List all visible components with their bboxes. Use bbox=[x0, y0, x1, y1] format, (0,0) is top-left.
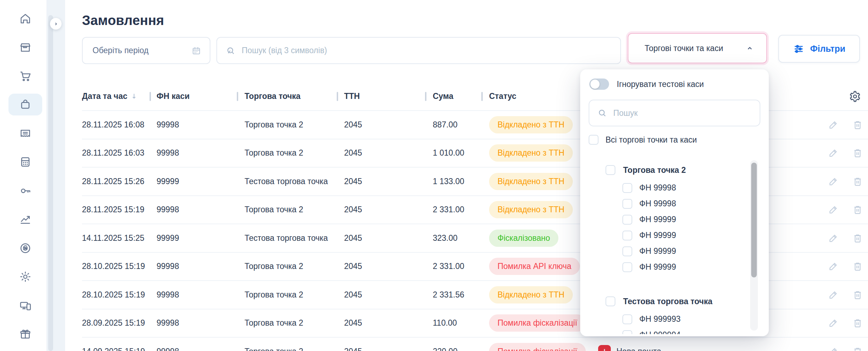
row-actions bbox=[828, 309, 863, 337]
column-header-datetime[interactable]: Дата та час bbox=[82, 82, 138, 110]
edit-icon[interactable] bbox=[828, 204, 839, 215]
panel-search-input[interactable] bbox=[613, 108, 752, 118]
cashier-item[interactable]: ФН 999994 bbox=[622, 327, 769, 334]
cell-ttn: 2045 bbox=[344, 139, 362, 167]
panel-scrollbar[interactable] bbox=[750, 160, 758, 331]
sidebar-item-cart[interactable] bbox=[8, 65, 42, 87]
edit-icon[interactable] bbox=[828, 148, 839, 158]
status-badge: Помилка фіскалізації bbox=[489, 343, 586, 351]
select-all-row[interactable]: Всі торгові точки та каси bbox=[589, 135, 697, 145]
checkbox[interactable] bbox=[606, 165, 615, 175]
delete-icon[interactable] bbox=[852, 204, 863, 215]
cell-fn: 99998 bbox=[157, 111, 179, 139]
checkbox[interactable] bbox=[622, 330, 632, 334]
cashier-item[interactable]: ФН 99999 bbox=[622, 227, 769, 243]
ignore-test-toggle-row[interactable]: Ігнорувати тестові каси bbox=[589, 79, 704, 90]
edit-icon[interactable] bbox=[828, 233, 839, 244]
search-input[interactable] bbox=[241, 45, 612, 56]
checkbox[interactable] bbox=[622, 262, 632, 272]
gear-icon bbox=[849, 90, 861, 102]
column-divider bbox=[150, 92, 151, 101]
cell-fn: 99998 bbox=[157, 309, 179, 337]
global-search bbox=[216, 37, 621, 64]
row-actions bbox=[828, 168, 863, 195]
cashier-item[interactable]: ФН 99998 bbox=[622, 180, 769, 196]
toggle-off[interactable] bbox=[589, 79, 609, 90]
delete-icon[interactable] bbox=[852, 346, 863, 351]
edit-icon[interactable] bbox=[828, 318, 839, 328]
cashier-item[interactable]: ФН 99999 bbox=[622, 243, 769, 259]
edit-icon[interactable] bbox=[828, 346, 839, 351]
period-picker[interactable]: Оберіть період bbox=[82, 37, 210, 64]
rail-scrollbar[interactable] bbox=[48, 15, 53, 351]
checkbox[interactable] bbox=[622, 314, 632, 324]
delete-icon[interactable] bbox=[852, 119, 863, 130]
row-actions bbox=[828, 253, 863, 281]
sidebar-item-payments[interactable] bbox=[8, 237, 42, 259]
table-settings-button[interactable] bbox=[849, 90, 861, 102]
cell-ttn: 2045 bbox=[344, 338, 362, 351]
checkbox[interactable] bbox=[606, 296, 615, 306]
sidebar-item-promotions[interactable] bbox=[8, 323, 42, 345]
cell-fn: 99998 bbox=[157, 281, 179, 309]
cashier-item[interactable]: ФН 99998 bbox=[622, 196, 769, 212]
delete-icon[interactable] bbox=[852, 233, 863, 244]
outlets-dropdown-button[interactable]: Торгові точки та каси bbox=[628, 33, 767, 63]
delete-icon[interactable] bbox=[852, 176, 863, 187]
sidebar-item-receipt[interactable] bbox=[8, 123, 42, 144]
outlet-group[interactable]: Тестова торгова точка bbox=[606, 293, 769, 309]
column-header-status[interactable]: Статус bbox=[489, 82, 517, 110]
ignore-test-label: Ігнорувати тестові каси bbox=[617, 80, 704, 89]
sidebar-item-calculator[interactable] bbox=[8, 151, 42, 173]
delivery-note: – bbox=[683, 347, 688, 351]
column-header-outlet[interactable]: Торгова точка bbox=[245, 82, 300, 110]
checkbox[interactable] bbox=[622, 246, 632, 256]
key-icon bbox=[19, 184, 32, 197]
checkbox[interactable] bbox=[622, 231, 632, 240]
sidebar-expand-button[interactable] bbox=[50, 18, 62, 30]
cashier-label: ФН 99999 bbox=[639, 231, 676, 240]
column-header-ttn[interactable]: ТТН bbox=[344, 82, 360, 110]
filters-button[interactable]: Фільтри bbox=[778, 35, 860, 63]
hryvnia-icon bbox=[19, 242, 32, 255]
sidebar-item-devices[interactable] bbox=[8, 295, 42, 316]
delete-icon[interactable] bbox=[852, 289, 863, 300]
checkbox[interactable] bbox=[622, 199, 632, 209]
scrollbar-thumb[interactable] bbox=[751, 163, 757, 277]
delete-icon[interactable] bbox=[852, 148, 863, 158]
sidebar-item-settings[interactable] bbox=[8, 266, 42, 288]
cell-datetime: 28.11.2025 16:08 bbox=[82, 111, 144, 139]
analytics-icon bbox=[19, 213, 32, 226]
search-icon bbox=[597, 108, 607, 118]
column-divider bbox=[337, 92, 338, 101]
cashier-item[interactable]: ФН 99999 bbox=[622, 212, 769, 227]
sidebar-item-home[interactable] bbox=[8, 8, 42, 30]
checkbox[interactable] bbox=[622, 215, 632, 225]
cell-delivery: Нова пошта – bbox=[598, 338, 688, 351]
outlet-group[interactable]: Торгова точка 2 bbox=[606, 162, 769, 178]
cell-datetime: 28.11.2025 15:19 bbox=[82, 196, 144, 224]
cashier-item[interactable]: ФН 999993 bbox=[622, 311, 769, 327]
cashier-label: ФН 99998 bbox=[639, 183, 676, 193]
column-header-fn[interactable]: ФН каси bbox=[157, 82, 190, 110]
cell-datetime: 14.11.2025 15:25 bbox=[82, 224, 144, 252]
edit-icon[interactable] bbox=[828, 119, 839, 130]
checkbox[interactable] bbox=[622, 183, 632, 193]
sidebar-item-store[interactable] bbox=[8, 37, 42, 58]
cashier-item[interactable]: ФН 99999 bbox=[622, 259, 769, 275]
delete-icon[interactable] bbox=[852, 318, 863, 328]
delete-icon[interactable] bbox=[852, 261, 863, 272]
sidebar bbox=[0, 0, 46, 351]
table-row[interactable]: 14.09.2025 15:19 99998 Торгова точка 2 2… bbox=[82, 337, 868, 351]
edit-icon[interactable] bbox=[828, 176, 839, 187]
checkbox[interactable] bbox=[589, 135, 598, 145]
cell-sum: 2 331.00 bbox=[433, 253, 464, 281]
column-header-sum[interactable]: Сума bbox=[433, 82, 454, 110]
sidebar-item-api-keys[interactable] bbox=[8, 180, 42, 202]
receipt-icon bbox=[19, 127, 32, 140]
edit-icon[interactable] bbox=[828, 261, 839, 272]
sidebar-item-analytics[interactable] bbox=[8, 208, 42, 230]
sidebar-item-orders[interactable] bbox=[8, 94, 42, 115]
edit-icon[interactable] bbox=[828, 289, 839, 300]
cell-fn: 99999 bbox=[157, 224, 179, 252]
